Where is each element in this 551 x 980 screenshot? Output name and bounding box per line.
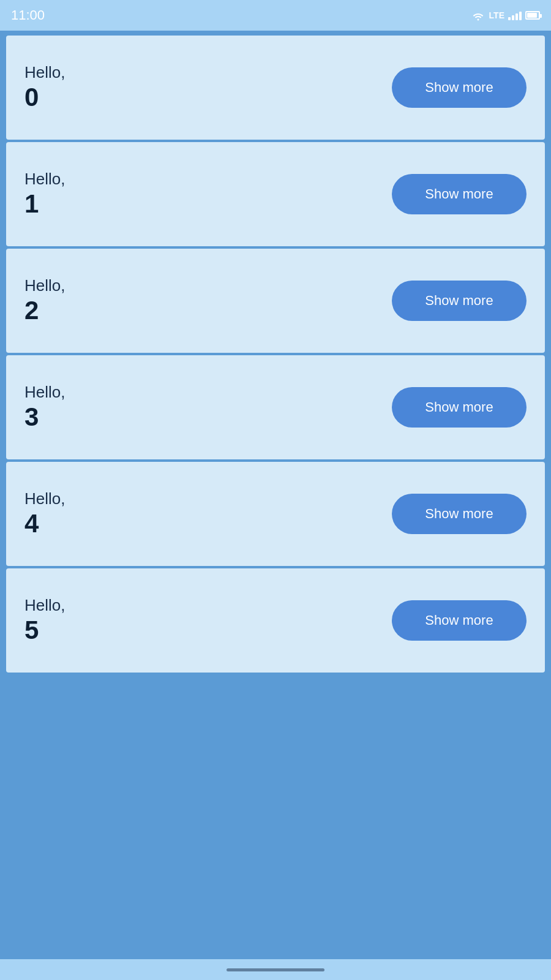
card-text-0: Hello, 0 — [24, 63, 65, 111]
home-indicator — [0, 959, 551, 980]
card-text-1: Hello, 1 — [24, 170, 65, 218]
card-4: Hello, 4 Show more — [6, 462, 545, 566]
card-text-3: Hello, 3 — [24, 383, 65, 431]
wifi-icon — [471, 10, 485, 21]
card-1: Hello, 1 Show more — [6, 142, 545, 246]
card-number-0: 0 — [24, 83, 65, 111]
card-hello-3: Hello, — [24, 383, 65, 402]
card-hello-5: Hello, — [24, 596, 65, 615]
status-bar: 11:00 LTE — [0, 0, 551, 31]
battery-icon — [525, 11, 540, 20]
card-number-3: 3 — [24, 403, 65, 431]
show-more-button-1[interactable]: Show more — [392, 174, 527, 214]
card-number-2: 2 — [24, 296, 65, 325]
card-3: Hello, 3 Show more — [6, 355, 545, 459]
card-hello-1: Hello, — [24, 170, 65, 189]
list-container: Hello, 0 Show more Hello, 1 Show more He… — [0, 31, 551, 959]
status-icons: LTE — [471, 10, 540, 21]
home-bar — [227, 968, 324, 971]
card-hello-0: Hello, — [24, 63, 65, 82]
show-more-button-3[interactable]: Show more — [392, 387, 527, 428]
show-more-button-2[interactable]: Show more — [392, 281, 527, 321]
card-5: Hello, 5 Show more — [6, 568, 545, 673]
card-text-5: Hello, 5 — [24, 596, 65, 644]
card-hello-2: Hello, — [24, 276, 65, 295]
card-text-4: Hello, 4 — [24, 489, 65, 538]
card-0: Hello, 0 Show more — [6, 36, 545, 140]
show-more-button-5[interactable]: Show more — [392, 600, 527, 641]
show-more-button-4[interactable]: Show more — [392, 494, 527, 534]
signal-icon — [508, 10, 522, 20]
card-number-4: 4 — [24, 510, 65, 538]
card-text-2: Hello, 2 — [24, 276, 65, 325]
lte-label: LTE — [489, 10, 504, 20]
card-2: Hello, 2 Show more — [6, 249, 545, 353]
card-hello-4: Hello, — [24, 489, 65, 508]
show-more-button-0[interactable]: Show more — [392, 67, 527, 108]
card-number-5: 5 — [24, 616, 65, 644]
status-time: 11:00 — [11, 7, 45, 23]
card-number-1: 1 — [24, 190, 65, 218]
